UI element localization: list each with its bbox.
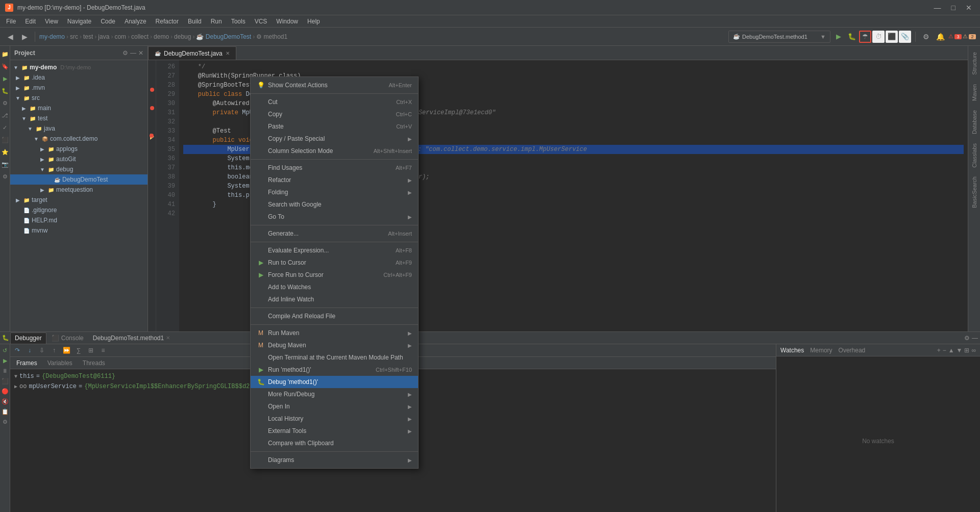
step-out-btn[interactable]: ↑ <box>49 345 59 355</box>
debug-button[interactable]: 🐛 <box>846 31 858 43</box>
maximize-button[interactable]: □ <box>948 3 959 13</box>
tree-test[interactable]: ▼ 📁 test <box>10 113 148 123</box>
step-over-btn[interactable]: ↷ <box>12 345 22 355</box>
get-thread-dump-btn[interactable]: 📋 <box>1 407 9 416</box>
run-tool-btn[interactable]: ▶ <box>1 74 9 83</box>
ctx-open-in[interactable]: Open In ▶ <box>251 400 418 413</box>
stop-tool-btn[interactable]: ⬛ <box>1 136 9 144</box>
ctx-run-method1[interactable]: ▶ Run 'method1()' Ctrl+Shift+F10 <box>251 364 418 376</box>
menu-code[interactable]: Code <box>96 17 119 26</box>
copy-watches-icon[interactable]: ⊞ <box>964 347 969 354</box>
ctx-compare-clipboard[interactable]: Compare with Clipboard <box>251 437 418 449</box>
project-collapse-icon[interactable]: — <box>130 49 136 57</box>
ctx-add-inline-watch[interactable]: Add Inline Watch <box>251 293 418 305</box>
overhead-tab[interactable]: Overhead <box>839 347 866 354</box>
breadcrumb-java[interactable]: java <box>98 33 109 40</box>
editor-tab-close[interactable]: ✕ <box>226 50 230 56</box>
breadcrumb-debug[interactable]: debug <box>174 33 191 40</box>
notifications-button[interactable]: 🔔 <box>934 31 946 43</box>
stop-debug-btn[interactable]: ⬛ <box>1 377 9 385</box>
project-tool-btn[interactable]: 📁 <box>1 50 9 58</box>
debug-tab-close[interactable]: DebugDemoTest.method1 ✕ <box>89 332 174 344</box>
run-cursor-btn[interactable]: ⏩ <box>61 345 71 355</box>
move-down-watch-icon[interactable]: ▼ <box>957 347 963 354</box>
ctx-find-usages[interactable]: Find Usages Alt+F7 <box>251 162 418 174</box>
debug-tab-console[interactable]: ⬛ Console <box>47 332 88 344</box>
watches-tab[interactable]: Watches <box>780 347 804 354</box>
menu-build[interactable]: Build <box>184 17 206 26</box>
settings-tool-btn[interactable]: ⚙ <box>1 172 9 181</box>
var-this-expand[interactable]: ▼ <box>14 374 17 379</box>
ctx-compile-reload[interactable]: Compile And Reload File <box>251 310 418 322</box>
breadcrumb-src[interactable]: src <box>70 33 78 40</box>
memory-tab[interactable]: Memory <box>810 347 832 354</box>
ctx-run-to-cursor[interactable]: ▶ Run to Cursor Alt+F9 <box>251 257 418 269</box>
project-settings-icon[interactable]: ⚙ <box>122 49 128 57</box>
step-into-btn[interactable]: ↓ <box>24 345 35 355</box>
pause-btn[interactable]: ⏸ <box>1 367 9 375</box>
tree-gitignore[interactable]: 📄 .gitignore <box>10 205 148 215</box>
var-mpuserservice-expand[interactable]: ▶ <box>14 383 17 390</box>
debug-session-close-icon[interactable]: ✕ <box>166 335 170 341</box>
classlabs-tab[interactable]: Classlabs <box>970 139 979 172</box>
ctx-generate[interactable]: Generate... Alt+Insert <box>251 227 418 240</box>
threads-subtab[interactable]: Threads <box>81 359 107 368</box>
ctx-more-run-debug[interactable]: More Run/Debug ▶ <box>251 388 418 400</box>
tree-debugdemotest[interactable]: ☕ DebugDemoTest <box>10 174 148 185</box>
tree-main[interactable]: ▶ 📁 main <box>10 103 148 113</box>
ctx-run-maven[interactable]: M Run Maven ▶ <box>251 327 418 339</box>
coverage-button[interactable]: ☂ <box>859 31 871 43</box>
menu-edit[interactable]: Edit <box>21 17 40 26</box>
stop-all-button[interactable]: ⬛ <box>886 31 898 43</box>
tree-target[interactable]: ▶ 📁 target <box>10 195 148 205</box>
breakpoint-28[interactable] <box>150 88 154 92</box>
rerun-debug-btn[interactable]: ↺ <box>1 346 9 354</box>
project-close-icon[interactable]: ✕ <box>138 49 143 57</box>
ctx-debug-maven[interactable]: M Debug Maven ▶ <box>251 339 418 351</box>
tree-idea[interactable]: ▶ 📁 .idea <box>10 72 148 83</box>
add-watch-icon[interactable]: + <box>937 347 941 354</box>
frames-btn[interactable]: ⊞ <box>86 345 96 355</box>
ctx-show-context-actions[interactable]: 💡 Show Context Actions Alt+Enter <box>251 79 418 91</box>
camera-tool-btn[interactable]: 📷 <box>1 160 9 168</box>
editor-tab-debugdemotest[interactable]: ☕ DebugDemoTest.java ✕ <box>148 46 236 60</box>
tree-src[interactable]: ▼ 📁 src <box>10 93 148 103</box>
back-button[interactable]: ◀ <box>4 31 16 43</box>
ctx-add-watches[interactable]: Add to Watches <box>251 281 418 293</box>
menu-run[interactable]: Run <box>207 17 226 26</box>
git-tool-btn[interactable]: ⎇ <box>1 111 9 119</box>
breadcrumb-test[interactable]: test <box>83 33 93 40</box>
favorites-tool-btn[interactable]: ⭐ <box>1 148 9 156</box>
ctx-local-history[interactable]: Local History ▶ <box>251 413 418 425</box>
debug-tool-btn[interactable]: 🐛 <box>1 87 9 95</box>
structure-tab[interactable]: Structure <box>970 48 979 79</box>
menu-file[interactable]: File <box>2 17 20 26</box>
run-config-dropdown[interactable]: ☕ DebugDemoTest.method1 ▼ <box>728 31 830 43</box>
menu-tools[interactable]: Tools <box>227 17 250 26</box>
ctx-diagrams[interactable]: Diagrams ▶ <box>251 454 418 466</box>
ctx-external-tools[interactable]: External Tools ▶ <box>251 425 418 437</box>
close-button[interactable]: ✕ <box>963 3 975 13</box>
breadcrumb-method[interactable]: ⚙ method1 <box>256 33 287 40</box>
ctx-copy-paste-special[interactable]: Copy / Paste Special ▶ <box>251 133 418 145</box>
breadcrumb-demo[interactable]: demo <box>154 33 169 40</box>
move-up-watch-icon[interactable]: ▲ <box>948 347 954 354</box>
debug-tab-debugger[interactable]: Debugger <box>10 332 46 344</box>
view-breakpoints-btn[interactable]: 🔴 <box>1 387 9 395</box>
tree-helpmd[interactable]: 📄 HELP.md <box>10 215 148 225</box>
infinite-watch-icon[interactable]: ∞ <box>971 347 976 354</box>
menu-analyze[interactable]: Analyze <box>120 17 151 26</box>
tree-java[interactable]: ▼ 📁 java <box>10 123 148 134</box>
menu-help[interactable]: Help <box>303 17 324 26</box>
debug-settings-icon[interactable]: ⚙ <box>964 335 970 342</box>
breadcrumb-com[interactable]: com <box>114 33 126 40</box>
forward-button[interactable]: ▶ <box>18 31 31 43</box>
tree-mvnw[interactable]: 📄 mvnw <box>10 225 148 236</box>
menu-refactor[interactable]: Refactor <box>152 17 183 26</box>
ctx-force-run-cursor[interactable]: ▶ Force Run to Cursor Ctrl+Alt+F9 <box>251 269 418 281</box>
ctx-search-google[interactable]: Search with Google <box>251 198 418 211</box>
menu-view[interactable]: View <box>41 17 62 26</box>
ctx-debug-method1[interactable]: 🐛 Debug 'method1()' <box>251 376 418 388</box>
profile-button[interactable]: ⏱ <box>872 31 885 43</box>
menu-vcs[interactable]: VCS <box>251 17 272 26</box>
